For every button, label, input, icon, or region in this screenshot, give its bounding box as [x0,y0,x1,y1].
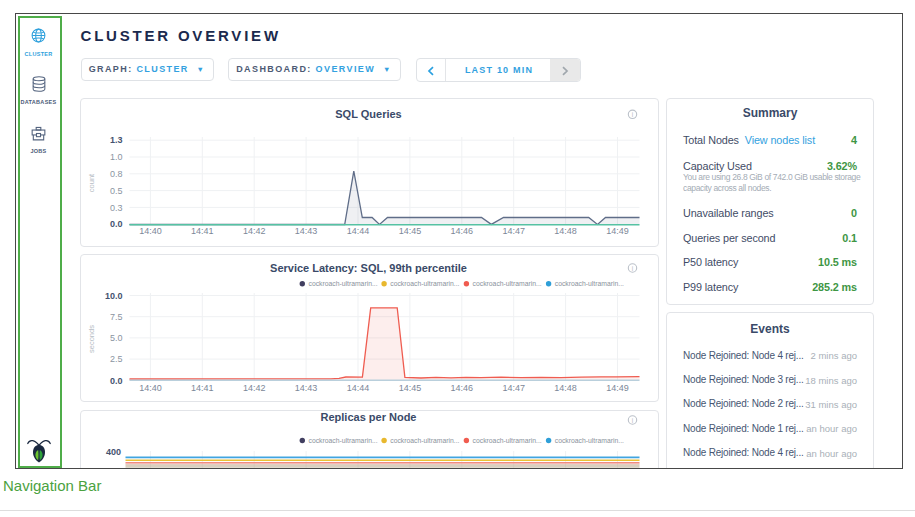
svg-text:14:47: 14:47 [502,383,525,393]
svg-text:cockroach-ultramarin...: cockroach-ultramarin... [309,437,378,444]
svg-text:0.0: 0.0 [110,375,123,385]
svg-text:14:44: 14:44 [347,226,370,236]
svg-text:14:49: 14:49 [606,226,629,236]
svg-text:i: i [632,264,633,271]
svg-text:i: i [632,416,633,423]
svg-text:14:45: 14:45 [399,383,422,393]
svg-text:cockroach-ultramarin...: cockroach-ultramarin... [390,280,459,287]
svg-text:10.0: 10.0 [105,290,123,300]
svg-text:cockroach-ultramarin...: cockroach-ultramarin... [473,437,542,444]
svg-text:14:44: 14:44 [347,383,370,393]
svg-text:cockroach-ultramarin...: cockroach-ultramarin... [555,280,624,287]
svg-text:14:48: 14:48 [554,383,577,393]
svg-text:14:46: 14:46 [451,226,474,236]
svg-text:0.8: 0.8 [110,169,123,179]
svg-text:14:40: 14:40 [139,226,162,236]
svg-text:14:41: 14:41 [191,226,214,236]
svg-text:cockroach-ultramarin...: cockroach-ultramarin... [390,437,459,444]
svg-text:7.5: 7.5 [110,312,123,322]
svg-text:5.0: 5.0 [110,333,123,343]
svg-text:14:46: 14:46 [451,383,474,393]
svg-text:1.3: 1.3 [110,135,123,145]
svg-text:1.0: 1.0 [110,152,123,162]
svg-text:14:41: 14:41 [191,383,214,393]
svg-text:cockroach-ultramarin...: cockroach-ultramarin... [555,437,624,444]
svg-text:2.5: 2.5 [110,354,123,364]
svg-text:i: i [632,111,633,118]
svg-text:0.0: 0.0 [110,219,123,229]
svg-text:14:47: 14:47 [502,226,525,236]
svg-text:14:45: 14:45 [399,226,422,236]
svg-text:0.3: 0.3 [110,202,123,212]
svg-text:cockroach-ultramarin...: cockroach-ultramarin... [309,280,378,287]
svg-text:14:43: 14:43 [295,226,318,236]
svg-text:14:42: 14:42 [243,383,266,393]
svg-text:14:42: 14:42 [243,226,266,236]
svg-text:SQL Queries: SQL Queries [335,108,401,120]
svg-text:14:40: 14:40 [139,383,162,393]
svg-text:seconds: seconds [87,325,96,353]
svg-text:14:43: 14:43 [295,383,318,393]
svg-text:Service Latency: SQL, 99th per: Service Latency: SQL, 99th percentile [270,262,467,274]
svg-text:0.5: 0.5 [110,186,123,196]
svg-text:count: count [87,173,96,192]
svg-text:cockroach-ultramarin...: cockroach-ultramarin... [473,280,542,287]
svg-text:400: 400 [106,447,121,457]
svg-text:14:48: 14:48 [554,226,577,236]
svg-text:Replicas per Node: Replicas per Node [321,411,417,423]
svg-text:14:49: 14:49 [606,383,629,393]
